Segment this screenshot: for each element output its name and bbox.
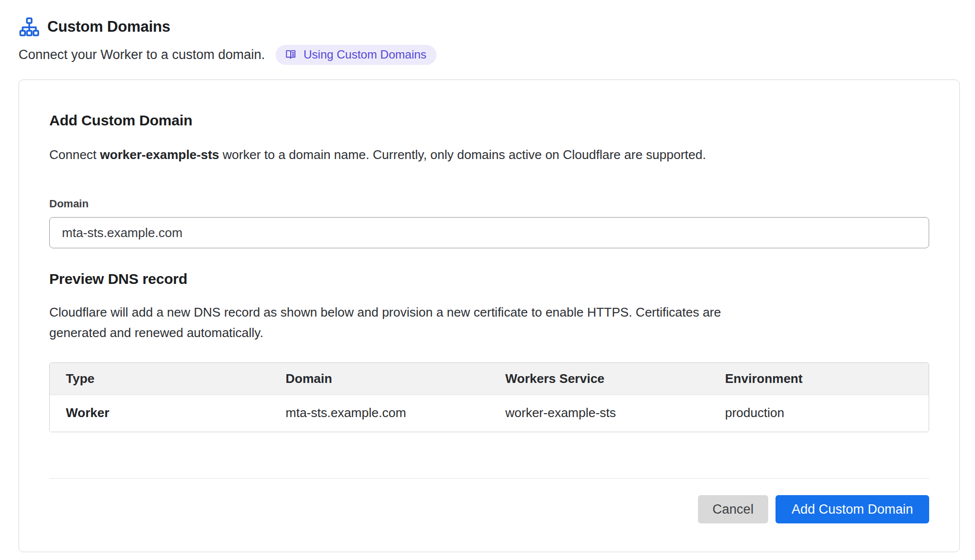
cell-environment: production (709, 395, 929, 432)
domain-input[interactable] (49, 217, 929, 248)
domain-field-label: Domain (49, 197, 929, 211)
page-subtitle: Connect your Worker to a custom domain. (19, 47, 265, 62)
cancel-button[interactable]: Cancel (698, 495, 768, 523)
cell-type: Worker (50, 395, 270, 432)
cell-workers-service: worker-example-sts (489, 395, 709, 432)
table-header-row: Type Domain Workers Service Environment (50, 363, 929, 395)
using-custom-domains-link[interactable]: Using Custom Domains (276, 45, 437, 65)
table-row: Worker mta-sts.example.com worker-exampl… (50, 395, 929, 432)
open-book-icon (284, 48, 297, 61)
page-header: Custom Domains (19, 17, 960, 37)
intro-suffix: worker to a domain name. Currently, only… (219, 147, 706, 162)
page-title: Custom Domains (47, 18, 170, 36)
add-custom-domain-card: Add Custom Domain Connect worker-example… (19, 80, 960, 552)
card-intro: Connect worker-example-sts worker to a d… (49, 144, 929, 165)
sitemap-icon (19, 17, 40, 37)
custom-domains-page: Custom Domains Connect your Worker to a … (0, 0, 975, 552)
table-header-domain: Domain (270, 363, 490, 395)
preview-dns-description: Cloudflare will add a new DNS record as … (49, 302, 774, 343)
table-header-workers-service: Workers Service (489, 363, 709, 395)
preview-dns-heading: Preview DNS record (49, 270, 929, 288)
cell-domain: mta-sts.example.com (270, 395, 490, 432)
page-subtitle-row: Connect your Worker to a custom domain. … (19, 45, 960, 65)
table-header-type: Type (50, 363, 270, 395)
footer-actions: Cancel Add Custom Domain (49, 495, 929, 523)
worker-name: worker-example-sts (100, 147, 219, 162)
footer-divider (49, 478, 929, 479)
badge-label: Using Custom Domains (303, 48, 426, 61)
add-custom-domain-button[interactable]: Add Custom Domain (776, 495, 929, 523)
intro-prefix: Connect (49, 147, 100, 162)
table-header-environment: Environment (709, 363, 929, 395)
card-heading: Add Custom Domain (49, 111, 929, 130)
dns-preview-table: Type Domain Workers Service Environment … (49, 362, 929, 432)
